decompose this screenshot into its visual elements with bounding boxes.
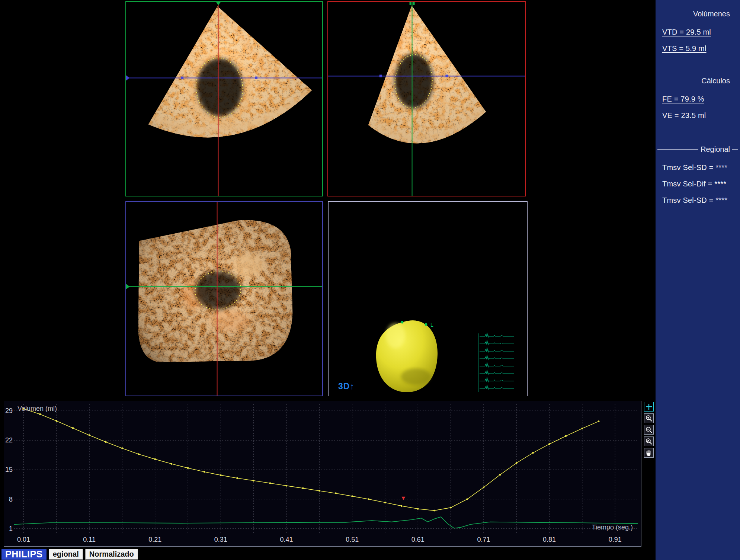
ecg-trace [14, 517, 638, 528]
ecg-thumbnail-traces [479, 333, 514, 392]
tmsv-sel-dif-value: Tmsv Sel-Dif = **** [656, 180, 740, 188]
curve-marker [548, 443, 550, 445]
qlab-3dq-screen: L 3D↑ 181522290.010.110.210.310.410.510.… [0, 0, 740, 560]
curve-marker [89, 434, 90, 436]
crosshair-plus-tool[interactable] [644, 402, 654, 412]
curve-marker [72, 427, 74, 429]
ve-value: VE = 23.5 ml [656, 111, 740, 120]
curve-marker [516, 462, 518, 464]
curve-marker [318, 490, 320, 492]
curve-marker [351, 495, 353, 497]
landmark-point[interactable] [401, 321, 404, 324]
x-tick-label: 0.11 [83, 536, 96, 543]
curve-marker [433, 510, 435, 512]
plane-marker-icon [216, 2, 221, 5]
y-tick-label: 29 [5, 407, 13, 415]
curve-marker [253, 480, 254, 481]
curve-marker [581, 428, 583, 429]
y-tick-label: 1 [9, 525, 13, 532]
landmark-point[interactable] [425, 323, 427, 326]
plus-icon [646, 403, 652, 410]
x-tick-label: 0.31 [214, 536, 227, 543]
curve-marker [220, 474, 222, 476]
vtd-value: VTD = 29.5 ml [656, 28, 740, 36]
curve-marker [39, 413, 41, 415]
x-tick-label: 0.71 [477, 536, 490, 543]
chart-xlabel: Tiempo (seg.) [592, 524, 633, 531]
curve-marker [236, 477, 238, 479]
curve-marker [55, 420, 57, 422]
pan-button[interactable] [644, 448, 654, 458]
section-header-volumes: Volúmenes [657, 10, 738, 18]
fe-value: FE = 79.9 % [656, 95, 740, 103]
x-tick-label: 0.61 [411, 536, 425, 543]
x-tick-label: 0.41 [280, 536, 293, 543]
curve-marker [171, 463, 173, 465]
tmsv-sel-sd2-value: Tmsv Sel-SD = **** [656, 196, 740, 205]
zoom-in-icon [645, 415, 653, 422]
section-title: Volúmenes [693, 10, 730, 18]
x-tick-label: 0.81 [543, 536, 556, 543]
section-header-regional: Regional [657, 145, 738, 154]
curve-marker [417, 508, 419, 510]
hand-icon [645, 449, 653, 457]
viewport-apical-4ch[interactable] [125, 1, 323, 196]
curve-marker [401, 505, 403, 507]
philips-logo: PHILIPS [1, 549, 47, 560]
zoom-in-button[interactable] [644, 413, 654, 423]
curve-marker [302, 487, 304, 489]
curve-marker [187, 467, 189, 469]
section-header-calculos: Cálculos [657, 77, 738, 85]
curve-marker [450, 507, 452, 509]
curve-marker [384, 502, 386, 503]
y-tick-label: 8 [9, 496, 13, 503]
viewport-3d-model[interactable]: L 3D↑ [328, 201, 528, 396]
section-title: Regional [701, 145, 730, 154]
curve-marker [598, 420, 600, 422]
curve-marker [204, 471, 205, 473]
zoom-cancel-button[interactable] [644, 436, 654, 446]
model-point-label: L [430, 322, 433, 328]
lv-3d-surface[interactable] [376, 320, 438, 392]
ultrasound-fan [328, 2, 525, 196]
section-title: Cálculos [701, 77, 730, 85]
3d-orientation-label: 3D↑ [338, 381, 355, 391]
curve-marker [499, 474, 501, 476]
x-tick-label: 0.21 [148, 536, 161, 543]
ultrasound-fan [126, 202, 322, 396]
curve-marker [335, 492, 337, 494]
y-tick-label: 15 [5, 466, 13, 473]
zoom-out-icon [645, 426, 653, 433]
curve-marker [532, 452, 534, 454]
x-tick-label: 0.51 [346, 536, 359, 543]
chart-toolbar [643, 402, 655, 458]
x-tick-label: 0.01 [17, 536, 30, 543]
vts-value: VTS = 5.9 ml [656, 44, 740, 53]
volume-curve [23, 409, 599, 511]
curve-marker [105, 441, 107, 443]
y-tick-label: 22 [5, 436, 13, 444]
bottom-bar: PHILIPS egional Normalizado [1, 549, 138, 560]
ultrasound-fan [126, 2, 322, 196]
curve-marker [138, 453, 140, 455]
curve-marker [483, 486, 485, 488]
curve-marker [121, 447, 123, 449]
curve-marker [269, 482, 271, 484]
viewport-apical-2ch[interactable] [327, 1, 526, 196]
frame-marker[interactable] [401, 497, 405, 500]
zoom-out-button[interactable] [644, 425, 654, 435]
curve-marker [286, 485, 288, 487]
viewport-short-axis[interactable] [125, 201, 323, 396]
volume-time-chart[interactable]: 181522290.010.110.210.310.410.510.610.71… [4, 401, 641, 547]
measurements-sidebar: Volúmenes VTD = 29.5 ml VTS = 5.9 ml Cál… [656, 0, 740, 560]
tab-normalizado[interactable]: Normalizado [85, 549, 138, 560]
curve-marker [368, 498, 369, 500]
curve-marker [466, 498, 468, 500]
tab-regional[interactable]: egional [49, 549, 83, 560]
curve-marker [565, 435, 567, 437]
curve-marker [154, 458, 156, 460]
chart-ylabel: Volumen (ml) [17, 405, 57, 412]
zoom-cancel-icon [645, 438, 653, 445]
tmsv-sel-sd-value: Tmsv Sel-SD = **** [656, 163, 740, 172]
x-tick-label: 0.91 [609, 536, 622, 543]
